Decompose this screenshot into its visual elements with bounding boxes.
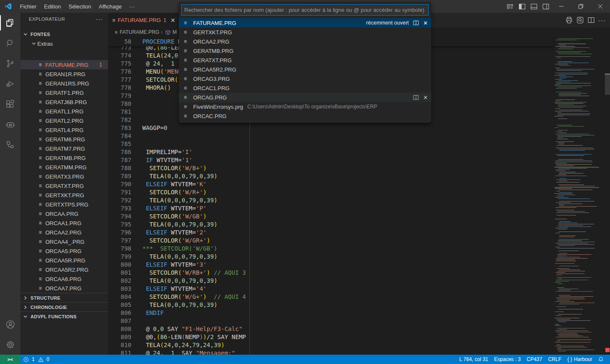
file-row[interactable]: ≡GERATF1.PRG [20, 88, 108, 97]
menu-overflow[interactable]: ··· [125, 0, 139, 13]
code-line[interactable]: 788 SETCOLOR('W/B+') [108, 164, 553, 172]
source-control-icon[interactable] [0, 53, 20, 74]
file-row[interactable]: ≡GERATM6.PRG [20, 135, 108, 144]
toggle-panel-icon[interactable] [528, 0, 540, 13]
minimap[interactable] [553, 37, 605, 355]
cursor-position[interactable]: L 764, col 31 [456, 355, 491, 364]
quick-open-item[interactable]: ≡FiveWinErrorsys.prgC:\Users\Admin\Deskt… [179, 102, 431, 111]
file-row[interactable]: ≡GERAN1R.PRG [20, 69, 108, 79]
section-chronologie[interactable]: CHRONOLOGIE [20, 302, 108, 312]
section-structure[interactable]: STRUCTURE [20, 293, 108, 302]
code-line[interactable]: 790 ELSEIF WTVTEM='K' [108, 180, 553, 188]
menu-affichage[interactable]: Affichage [95, 0, 125, 13]
extensions-icon[interactable] [0, 94, 20, 114]
code-line[interactable]: 786 IMPRELIMP='I' [108, 148, 553, 156]
code-line[interactable]: 795 TELA(0,0,0,79,0,39) [108, 221, 553, 229]
file-row[interactable]: ≡GERATX3.PRG [20, 172, 108, 181]
quick-open-item[interactable]: ≡GERATXT.PRG [179, 55, 431, 65]
code-line[interactable]: 810 TELA(24,0,24,79,24,39) [108, 341, 553, 349]
remote-indicator[interactable]: >< [0, 355, 20, 364]
code-line[interactable]: 791 SETCOLOR('W/R+') [108, 188, 553, 196]
file-row[interactable]: ≡GERATM7.PRG [20, 144, 108, 153]
toggle-sidebar-icon[interactable] [516, 0, 528, 13]
quick-open-item[interactable]: ≡ORCAC1.PRG [179, 83, 431, 93]
file-row[interactable]: ≡ORCAA5R2.PRG [20, 265, 108, 274]
more-actions-icon[interactable]: ··· [596, 15, 607, 26]
accounts-icon[interactable] [0, 314, 20, 334]
code-line[interactable]: 802 TELA(0,0,0,79,0,39) [108, 277, 553, 285]
scrollbar-thumb[interactable] [605, 74, 610, 95]
code-line[interactable]: 797 SETCOLOR('W/GR+') [108, 237, 553, 245]
menu-sélection[interactable]: Sélection [65, 0, 95, 13]
open-to-side-icon[interactable] [413, 94, 419, 100]
quick-open-item[interactable]: ≡FATURAME.PRGrécemment ouvert✕ [179, 18, 431, 28]
close-tab-icon[interactable]: ✕ [170, 17, 175, 24]
folder-extras[interactable]: Extras [20, 39, 108, 48]
indentation[interactable]: Espaces : 3 [491, 355, 524, 364]
section-advpl-functions[interactable]: ADVPL FUNCTIONS [20, 312, 108, 321]
code-line[interactable]: 807 [108, 317, 553, 325]
encoding[interactable]: CP437 [524, 355, 545, 364]
references-hierarchy-icon[interactable] [0, 135, 20, 155]
file-row[interactable]: ≡ORCAA1.PRG [20, 218, 108, 228]
menu-fichier[interactable]: Fichier [16, 0, 40, 13]
quick-open-item[interactable]: ≡GERATMB.PRG [179, 46, 431, 55]
code-line[interactable]: 803 ELSEIF WTVTEM='4' [108, 285, 553, 293]
quick-open-item[interactable]: ≡ORCAA2.PRG [179, 37, 431, 46]
file-row[interactable]: ≡GERAN1RS.PRG [20, 79, 108, 88]
chat-copilot-icon[interactable] [0, 114, 20, 135]
code-line[interactable]: 783WAGGP=0 [108, 124, 553, 132]
code-line[interactable]: 785 [108, 140, 553, 148]
toggle-secondary-sidebar-icon[interactable] [540, 0, 552, 13]
overview-ruler[interactable] [605, 37, 610, 355]
notifications-bell-icon[interactable] [595, 355, 607, 364]
quick-open-item[interactable]: ≡ORCAA5R2.PRG [179, 65, 431, 74]
section-fontes[interactable]: FONTES [20, 30, 108, 39]
quick-open-input[interactable] [182, 5, 428, 15]
code-line[interactable]: 793 ELSEIF WTVTEM='P' [108, 204, 553, 212]
code-line[interactable]: 806 ENDIF [108, 309, 553, 317]
file-row[interactable]: ≡ORCAA.PRG [20, 209, 108, 218]
file-row[interactable]: ≡GERATL4.PRG [20, 125, 108, 135]
code-line[interactable]: 784 [108, 132, 553, 140]
file-row[interactable]: ≡GERTXKT.PRG [20, 190, 108, 200]
file-row[interactable]: ≡ORCAA6.PRG [20, 274, 108, 284]
file-row[interactable]: ≡ORCAA5.PRG [20, 246, 108, 256]
sidebar-more-actions[interactable]: ··· [96, 16, 103, 22]
code-line[interactable]: 800 ELSEIF WTVTEM='3' [108, 261, 553, 269]
print-icon[interactable] [563, 15, 574, 26]
problems-indicator[interactable]: 1 0 [20, 355, 52, 364]
restore-button[interactable] [571, 0, 591, 13]
file-row[interactable]: ≡ORCAA5R.PRG [20, 256, 108, 265]
run-debug-icon[interactable] [0, 74, 20, 94]
minimize-button[interactable] [552, 0, 571, 13]
file-row[interactable]: ≡GERATMB.PRG [20, 153, 108, 163]
breadcrumb-symbol[interactable]: M [172, 29, 177, 35]
file-row[interactable]: ≡FATURAME.PRG1 [20, 60, 108, 69]
remove-from-recent-icon[interactable]: ✕ [423, 94, 428, 101]
code-line[interactable]: 789 TELA(0,0,0,79,0,39) [108, 172, 553, 180]
code-line[interactable]: 798*** SETCOLOR('W/GB') [108, 245, 553, 253]
file-row[interactable]: ≡ORCAA7.PRG [20, 284, 108, 293]
close-window-button[interactable] [591, 0, 610, 13]
breadcrumb-file[interactable]: FATURAME.PRG [119, 29, 159, 35]
quick-open-item[interactable]: ≡ORCAG.PRG✕ [179, 93, 431, 102]
file-row[interactable]: ≡ORCAA4_.PRG [20, 237, 108, 246]
code-line[interactable]: 801 SETCOLOR('W/RB+') // AQUI 3 [108, 269, 553, 277]
file-row[interactable]: ≡GERTXTPS.PRG [20, 200, 108, 209]
code-line[interactable]: 787 IF WTVTEM='1' [108, 156, 553, 164]
settings-gear-icon[interactable] [0, 334, 20, 355]
file-row[interactable]: ≡GERATXT.PRG [20, 181, 108, 190]
code-line[interactable]: 796 ELSEIF WTVTEM='2' [108, 229, 553, 237]
code-line[interactable]: 792 TELA(0,0,0,79,0,39) [108, 196, 553, 204]
code-line[interactable]: 799 TELA(0,0,0,79,0,39) [108, 253, 553, 261]
open-to-side-icon[interactable] [413, 20, 419, 26]
quick-open-item[interactable]: ≡GERTXKT.PRG [179, 28, 431, 37]
code-line[interactable]: 794 SETCOLOR('W/GB') [108, 212, 553, 221]
remove-from-recent-icon[interactable]: ✕ [423, 20, 428, 26]
code-line[interactable]: 808 @ 0,0 SAY "F1-Help/F3-Calc" [108, 325, 553, 333]
file-row[interactable]: ≡GERATJ6B.PRG [20, 97, 108, 107]
code-line[interactable]: 805 TELA(0,0,0,79,0,39) [108, 301, 553, 309]
file-row[interactable]: ≡ORCAA2.PRG [20, 228, 108, 237]
code-line[interactable]: 804 SETCOLOR('W/G+') // AQUI 4 [108, 293, 553, 301]
